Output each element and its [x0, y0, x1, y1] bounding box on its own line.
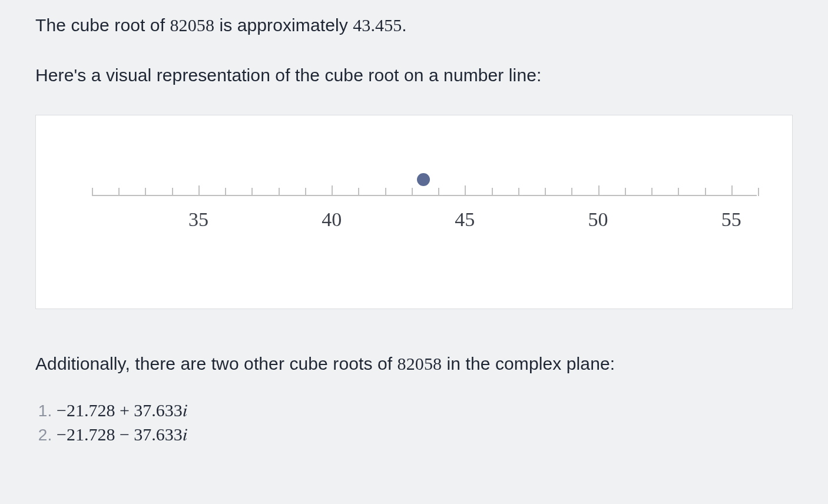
tick-minor [358, 188, 359, 196]
page: The cube root of 82058 is approximately … [0, 0, 828, 504]
text: The cube root of [35, 15, 170, 35]
tick-minor [385, 188, 386, 196]
tick-label: 40 [322, 208, 342, 231]
list-item: −21.728 + 37.633𝑖 [57, 400, 793, 421]
plotted-point [417, 173, 430, 186]
text: Additionally, there are two other cube r… [35, 354, 398, 373]
number-line-chart: 3540455055 [35, 115, 793, 309]
tick-minor [172, 188, 173, 196]
tick-label: 35 [188, 208, 208, 231]
tick-label: 50 [588, 208, 608, 231]
prose-block-2: Additionally, there are two other cube r… [35, 350, 793, 377]
number-line-canvas: 3540455055 [36, 115, 792, 309]
statement-line-2: Here's a visual representation of the cu… [35, 62, 793, 88]
tick-minor [678, 188, 679, 196]
tick-major [198, 185, 200, 196]
text: . [402, 15, 406, 35]
tick-major [332, 185, 333, 196]
tick-minor [545, 188, 546, 196]
tick-major [465, 185, 466, 196]
tick-minor [651, 188, 653, 196]
tick-minor [145, 188, 146, 196]
tick-minor [251, 188, 253, 196]
tick-minor [92, 188, 93, 196]
tick-minor [412, 188, 413, 196]
number: 82058 [170, 15, 215, 35]
prose-block: The cube root of 82058 is approximately … [35, 12, 793, 88]
list-item: −21.728 − 37.633𝑖 [57, 425, 793, 445]
complex-roots-list: −21.728 + 37.633𝑖 −21.728 − 37.633𝑖 [35, 400, 793, 445]
tick-major [731, 185, 733, 196]
tick-minor [279, 188, 280, 196]
text: is approximately [214, 15, 353, 35]
tick-major [598, 185, 600, 196]
tick-minor [705, 188, 706, 196]
tick-minor [492, 188, 493, 196]
number-line-axis [92, 195, 757, 196]
text: in the complex plane: [442, 354, 615, 373]
tick-minor [118, 188, 120, 196]
number: 82058 [398, 354, 442, 373]
statement-line-1: The cube root of 82058 is approximately … [35, 12, 793, 38]
complex-root-value: −21.728 − 37.633𝑖 [57, 425, 187, 444]
tick-minor [438, 188, 439, 196]
number: 43.455 [353, 15, 402, 35]
tick-minor [758, 188, 759, 196]
statement-line-3: Additionally, there are two other cube r… [35, 350, 793, 377]
tick-minor [518, 188, 519, 196]
complex-root-value: −21.728 + 37.633𝑖 [57, 400, 187, 420]
tick-minor [225, 188, 226, 196]
tick-label: 45 [455, 208, 475, 231]
tick-minor [625, 188, 626, 196]
tick-minor [305, 188, 306, 196]
tick-label: 55 [721, 208, 741, 231]
tick-minor [571, 188, 572, 196]
